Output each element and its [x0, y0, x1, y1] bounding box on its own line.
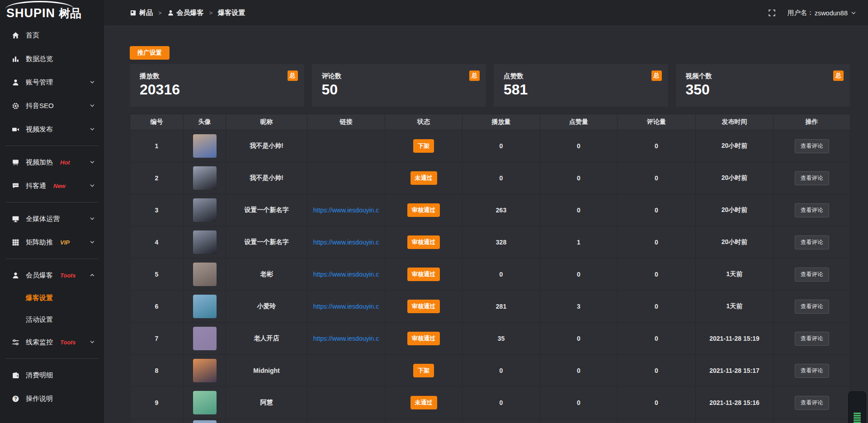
sidebar-item-douketong[interactable]: 抖客通New [0, 174, 104, 197]
view-comments-button[interactable]: 查看评论 [795, 300, 829, 314]
sidebar-subitem-label: 爆客设置 [26, 294, 53, 302]
view-comments-button[interactable]: 查看评论 [795, 235, 829, 249]
likes-cell: 0 [540, 323, 618, 355]
breadcrumb-separator: > [158, 9, 162, 16]
sidebar-item-label: 抖音SEO [26, 102, 54, 110]
empty-cell [462, 419, 540, 423]
profile-link[interactable]: https://www.iesdouyin.c [313, 271, 379, 278]
view-comments-button[interactable]: 查看评论 [795, 139, 829, 153]
link-cell: https://www.iesdouyin.c [307, 194, 385, 226]
breadcrumb-separator: > [209, 9, 213, 16]
sidebar-divider [5, 146, 99, 146]
breadcrumb-item[interactable]: 会员爆客 [167, 9, 204, 17]
view-comments-button[interactable]: 查看评论 [795, 332, 829, 346]
row-id-cell: 8 [130, 355, 184, 387]
sidebar-item-clue-monitor[interactable]: 线索监控Tools [0, 330, 104, 354]
total-badge: 总 [651, 70, 662, 81]
total-badge: 总 [288, 70, 298, 81]
stat-card-value: 350 [686, 82, 840, 98]
sidebar-item-douyin-seo[interactable]: 抖音SEO [0, 94, 104, 118]
avatar [193, 263, 217, 286]
sidebar-item-member-baoke[interactable]: 会员爆客Tools [0, 263, 104, 287]
likes-cell: 3 [540, 291, 618, 323]
status-badge[interactable]: 审核通过 [407, 332, 440, 345]
user-menu[interactable]: 用户名： zswodun88 [788, 9, 856, 17]
chevron-down-icon [90, 339, 95, 345]
profile-link[interactable]: https://www.iesdouyin.c [313, 239, 379, 246]
profile-link[interactable]: https://www.iesdouyin.c [313, 303, 379, 310]
gear-icon [12, 102, 19, 110]
view-comments-button[interactable]: 查看评论 [795, 364, 829, 378]
action-cell: 查看评论 [774, 162, 850, 194]
view-comments-button[interactable]: 查看评论 [795, 268, 829, 282]
profile-link[interactable]: https://www.iesdouyin.c [313, 207, 379, 214]
sidebar-subitem-activity-settings[interactable]: 活动设置 [0, 309, 104, 330]
table-row: 9阿慧未通过0002021-11-28 15:16查看评论 [130, 387, 850, 419]
status-badge[interactable]: 下架 [413, 364, 434, 377]
status-badge[interactable]: 审核通过 [407, 268, 440, 281]
status-cell: 审核通过 [385, 258, 462, 291]
nickname-cell: 阿慧 [226, 387, 307, 419]
view-comments-button[interactable]: 查看评论 [795, 396, 829, 410]
sidebar-item-label: 账号管理 [26, 78, 53, 87]
brand-logo[interactable]: SHUPIN 树品 [0, 0, 104, 23]
status-badge[interactable]: 未通过 [410, 171, 437, 185]
sidebar-item-video-publish[interactable]: 视频发布 [0, 118, 104, 141]
sidebar-item-tag: VIP [60, 239, 70, 246]
status-badge[interactable]: 审核通过 [407, 235, 440, 249]
time-cell: 2021-11-28 15:19 [696, 323, 774, 355]
avatar [193, 198, 217, 222]
account-icon [12, 79, 19, 86]
nickname-cell: Midnight [226, 355, 307, 387]
sidebar-item-account-manage[interactable]: 账号管理 [0, 70, 104, 94]
stat-card: 点赞数581总 [494, 64, 668, 107]
empty-cell [385, 419, 462, 423]
sidebar-item-label: 抖客通 [26, 182, 46, 190]
comments-cell: 0 [618, 258, 696, 291]
profile-link[interactable]: https://www.iesdouyin.c [313, 335, 379, 342]
chevron-down-icon [90, 80, 95, 85]
breadcrumb-item[interactable]: 爆客设置 [218, 9, 245, 17]
sidebar-item-label: 会员爆客 [26, 271, 53, 280]
link-cell: https://www.iesdouyin.c [307, 291, 385, 323]
sidebar-item-video-heat[interactable]: 视频加热Hot [0, 150, 104, 174]
status-badge[interactable]: 未通过 [410, 396, 437, 409]
column-header: 链接 [307, 114, 385, 130]
stats-cards: 播放数20316总评论数50总点赞数581总视频个数350总 [130, 64, 850, 107]
column-header: 昵称 [226, 114, 307, 130]
column-header: 头像 [184, 114, 226, 130]
floating-widget[interactable] [848, 391, 866, 423]
likes-cell: 0 [540, 387, 618, 419]
status-badge[interactable]: 审核通过 [407, 300, 440, 313]
view-comments-button[interactable]: 查看评论 [795, 171, 829, 185]
nickname-cell: 我不是小帅! [226, 130, 307, 162]
status-cell: 审核通过 [385, 323, 462, 355]
sidebar-item-home[interactable]: 首页 [0, 24, 104, 47]
time-cell: 20小时前 [696, 162, 774, 194]
heat-icon [12, 159, 19, 166]
fullscreen-icon[interactable] [768, 9, 776, 17]
monitor-icon [12, 215, 19, 223]
sidebar-item-expense-detail[interactable]: 消费明细 [0, 363, 104, 387]
sidebar-item-operation-guide[interactable]: ?操作说明 [0, 387, 104, 410]
promo-settings-button[interactable]: 推广设置 [130, 46, 170, 60]
sidebar-item-data-overview[interactable]: 数据总览 [0, 47, 104, 70]
sidebar-item-label: 视频加热 [26, 158, 53, 167]
column-header: 点赞量 [540, 114, 618, 130]
status-badge[interactable]: 审核通过 [407, 203, 440, 217]
home-icon [12, 32, 19, 39]
plays-cell: 328 [462, 226, 540, 258]
sidebar-subitem-baoke-settings[interactable]: 爆客设置 [0, 287, 104, 309]
link-cell: https://www.iesdouyin.c [307, 258, 385, 291]
stat-card-value: 50 [322, 82, 476, 98]
breadcrumb-item[interactable]: 树品 [130, 9, 153, 17]
view-comments-button[interactable]: 查看评论 [795, 203, 829, 217]
status-badge[interactable]: 下架 [413, 139, 434, 153]
comments-cell: 0 [618, 226, 696, 258]
sidebar-item-label: 操作说明 [26, 395, 53, 403]
app-root: SHUPIN 树品 首页数据总览账号管理抖音SEO视频发布视频加热Hot抖客通N… [0, 0, 868, 423]
breadcrumb-label: 爆客设置 [218, 9, 245, 17]
sidebar-item-media-operation[interactable]: 全媒体运营 [0, 207, 104, 230]
plays-cell: 0 [462, 130, 540, 162]
sidebar-item-matrix-boost[interactable]: 矩阵助推VIP [0, 230, 104, 254]
